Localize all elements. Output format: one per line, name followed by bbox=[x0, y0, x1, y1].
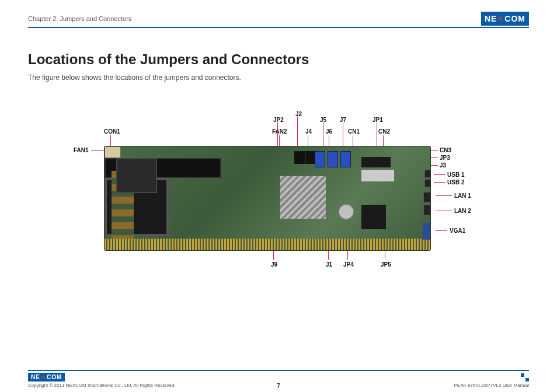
sata-port-icon bbox=[340, 151, 351, 167]
lan-port-icon bbox=[423, 192, 431, 202]
leader-line bbox=[277, 123, 278, 148]
chip-icon bbox=[361, 170, 394, 181]
chapter-label: Chapter 2: Jumpers and Connectors bbox=[28, 15, 131, 22]
label-JP2: JP2 bbox=[273, 117, 284, 123]
label-JP3: JP3 bbox=[440, 155, 450, 161]
sata-port-icon bbox=[328, 151, 338, 167]
pin-header-icon bbox=[294, 151, 305, 164]
usb-port-icon bbox=[424, 170, 431, 178]
coin-battery-icon bbox=[338, 204, 354, 220]
label-J6: J6 bbox=[326, 128, 332, 135]
leader-line bbox=[91, 150, 104, 150]
chip-icon bbox=[361, 205, 386, 229]
sata-port-icon bbox=[315, 151, 325, 167]
logo-x-icon: ✕ bbox=[497, 15, 504, 23]
vga-port-icon bbox=[422, 222, 431, 240]
heatsink-icon bbox=[280, 176, 326, 219]
page-number: 7 bbox=[277, 383, 280, 389]
board-diagram: JP2 J2 J5 J7 JP1 CON1 FAN2 J4 J6 CN1 CN2… bbox=[28, 111, 529, 286]
io-bracket-icon bbox=[430, 146, 431, 251]
page-subtitle: The figure below shows the locations of … bbox=[28, 74, 529, 82]
brand-logo: NE✕COM bbox=[481, 12, 529, 26]
footer-bar: NE✕COM Copyright © 2011 NEXCOM Internati… bbox=[28, 370, 529, 382]
label-J1: J1 bbox=[326, 261, 332, 268]
label-JP1: JP1 bbox=[373, 117, 383, 123]
label-LAN2: LAN 2 bbox=[454, 208, 471, 214]
page: Chapter 2: Jumpers and Connectors NE✕COM… bbox=[0, 0, 557, 392]
label-J2: J2 bbox=[295, 111, 302, 117]
label-JP5: JP5 bbox=[381, 261, 391, 268]
page-title: Locations of the Jumpers and Connectors bbox=[28, 51, 529, 68]
label-VGA1: VGA1 bbox=[450, 228, 465, 234]
label-LAN1: LAN 1 bbox=[454, 192, 471, 199]
label-CN1: CN1 bbox=[348, 128, 360, 135]
label-J4: J4 bbox=[305, 128, 312, 135]
label-FAN2: FAN2 bbox=[272, 128, 287, 135]
leader-line bbox=[377, 123, 377, 148]
chip-icon bbox=[361, 157, 391, 167]
leader-line bbox=[434, 182, 445, 183]
label-J3: J3 bbox=[440, 162, 446, 169]
leader-line bbox=[436, 230, 447, 231]
board-image bbox=[104, 146, 431, 251]
leader-line bbox=[297, 117, 298, 149]
label-FAN1: FAN1 bbox=[74, 147, 89, 153]
leader-line bbox=[436, 211, 452, 211]
lan-port-icon bbox=[423, 205, 431, 215]
power-connector-icon bbox=[105, 146, 121, 158]
label-J9: J9 bbox=[271, 261, 277, 268]
label-JP4: JP4 bbox=[343, 261, 354, 268]
label-USB2: USB 2 bbox=[447, 179, 464, 186]
label-CN2: CN2 bbox=[378, 128, 390, 135]
label-USB1: USB 1 bbox=[447, 172, 464, 178]
corner-ornament-icon bbox=[521, 373, 529, 382]
manual-name: PEAK 876VL2/877VL2 User Manual bbox=[454, 383, 529, 388]
copyright: Copyright © 2011 NEXCOM International Co… bbox=[28, 383, 176, 388]
usb-port-icon bbox=[424, 179, 431, 187]
leader-line bbox=[323, 123, 323, 148]
leader-line bbox=[343, 123, 343, 148]
label-CN3: CN3 bbox=[440, 147, 451, 153]
label-CON1: CON1 bbox=[104, 128, 120, 135]
leader-line bbox=[436, 195, 452, 196]
header-row: Chapter 2: Jumpers and Connectors NE✕COM bbox=[28, 12, 529, 28]
footer: NE✕COM Copyright © 2011 NEXCOM Internati… bbox=[28, 370, 529, 382]
logo-x-icon: ✕ bbox=[41, 374, 46, 380]
leader-line bbox=[434, 174, 445, 175]
edge-connector-icon bbox=[105, 239, 430, 250]
footer-logo: NE✕COM bbox=[28, 373, 65, 382]
